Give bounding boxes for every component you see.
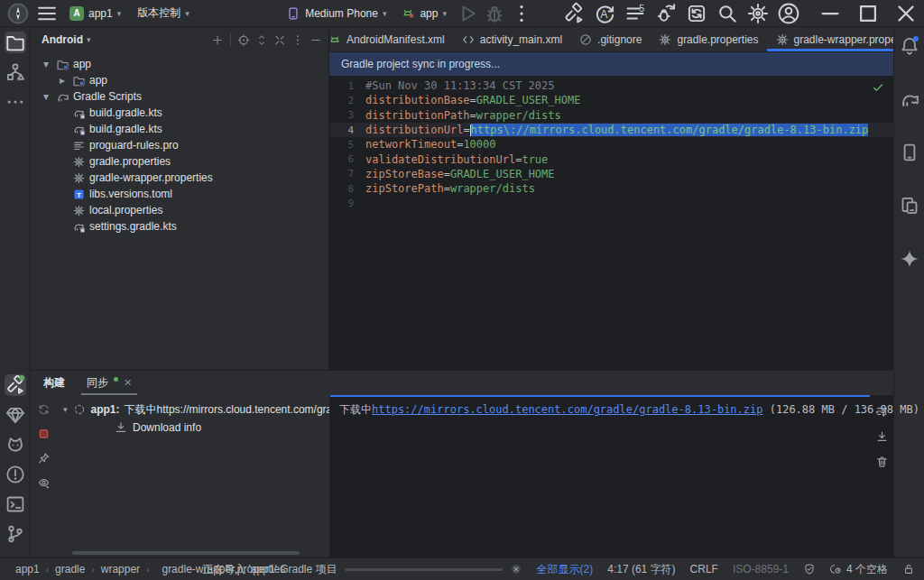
gradle-icon[interactable]	[899, 88, 920, 110]
problems-icon[interactable]	[5, 464, 26, 485]
code-line-2[interactable]: 2distributionBase=GRADLE_USER_HOME	[329, 93, 893, 107]
code-line-8[interactable]: 8zipStorePath=wrapper/dists	[329, 181, 893, 196]
more-tools-icon[interactable]	[5, 91, 26, 113]
version-control-icon[interactable]	[5, 523, 26, 545]
stop-icon[interactable]	[37, 427, 51, 441]
locate-icon[interactable]	[236, 33, 251, 47]
code-editor[interactable]: 1#Sun Nov 30 11:13:34 CST 20252distribut…	[329, 76, 893, 370]
device-manager-icon[interactable]	[899, 195, 920, 216]
build-tree-child[interactable]: Download info	[56, 419, 329, 437]
build-output-tree: ▾ app1: 下载中https://mirrors.cloud.tencent…	[56, 395, 329, 557]
options-icon[interactable]	[291, 33, 305, 47]
code-line-9[interactable]: 9	[329, 196, 893, 210]
line-ending-widget[interactable]: CRLF	[690, 563, 718, 575]
tab-androidmanifest-xml[interactable]: AndroidManifest.xml	[329, 27, 453, 51]
tree-item-label: proguard-rules.pro	[89, 139, 179, 152]
inspections-icon[interactable]	[803, 563, 816, 575]
caret-position-widget[interactable]: 4:17 (61 字符)	[607, 562, 675, 577]
logcat-icon[interactable]	[5, 434, 26, 456]
show-all-link[interactable]: 全部显示(2)	[537, 562, 594, 577]
tree-item-app[interactable]: ▾app	[31, 56, 328, 72]
sync-tab[interactable]: 同步 ✕	[83, 371, 135, 395]
project-view-selector[interactable]: Android	[42, 33, 83, 46]
cancel-progress-icon[interactable]	[510, 563, 522, 575]
inspection-ok-icon[interactable]	[872, 81, 884, 94]
tree-item-label: build.gradle.kts	[89, 123, 162, 135]
horizontal-scrollbar[interactable]	[72, 551, 300, 555]
console-download-link[interactable]: https://mirrors.cloud.tencent.com/gradle…	[372, 403, 762, 416]
maximize-button[interactable]	[850, 0, 886, 27]
run-config-label: app	[420, 7, 438, 20]
rerun-icon[interactable]	[37, 402, 51, 417]
clear-icon[interactable]	[875, 455, 889, 469]
tree-expander-icon[interactable]: ▸	[56, 74, 69, 87]
code-line-7[interactable]: 7zipStoreBase=GRADLE_USER_HOME	[329, 167, 893, 181]
build-icon[interactable]	[5, 374, 26, 396]
device-selector[interactable]: Medium Phone ▾	[280, 4, 393, 23]
code-line-5[interactable]: 5networkTimeout=10000	[329, 137, 893, 152]
breadcrumb-item[interactable]: wrapper	[101, 563, 140, 575]
settings-icon[interactable]	[745, 2, 771, 25]
todo-list-icon[interactable]: 5	[623, 2, 648, 25]
tree-item-libs-versions-toml[interactable]: Tlibs.versions.toml	[31, 186, 328, 202]
tree-item-gradle-properties[interactable]: gradle.properties	[31, 153, 328, 170]
scroll-to-end-icon[interactable]	[875, 429, 889, 444]
ai-apply-changes-icon[interactable]: A	[592, 2, 617, 25]
tree-item-proguard-rules-pro[interactable]: proguard-rules.pro	[31, 137, 328, 153]
collapse-all-icon[interactable]	[273, 33, 287, 47]
gemini-icon[interactable]	[899, 248, 920, 270]
run-configuration-selector[interactable]: app ▾	[394, 4, 453, 23]
project-selector[interactable]: A app1 ▾	[63, 4, 127, 23]
build-tree-node[interactable]: ▾ app1: 下载中https://mirrors.cloud.tencent…	[56, 400, 329, 419]
tree-item-build-gradle-kts[interactable]: Kbuild.gradle.kts	[31, 121, 328, 137]
code-line-4[interactable]: 4distributionUrl=https\://mirrors.cloud.…	[329, 123, 893, 137]
filter-icon[interactable]	[37, 475, 51, 490]
hide-icon[interactable]	[309, 33, 323, 47]
run-button[interactable]	[455, 2, 480, 25]
editor-tab-bar: AndroidManifest.xmlactivity_main.xml.git…	[329, 27, 893, 52]
tree-expander-icon[interactable]: ▾	[40, 58, 52, 70]
tab-gradle-wrapper-properties[interactable]: gradle-wrapper.properties✕	[767, 27, 893, 51]
search-icon[interactable]	[715, 2, 740, 25]
breadcrumb-item[interactable]: app1	[15, 563, 40, 575]
running-devices-icon[interactable]	[899, 142, 920, 163]
breadcrumb-item[interactable]: gradle	[55, 563, 85, 575]
minimize-button[interactable]	[812, 0, 848, 27]
code-line-3[interactable]: 3distributionPath=wrapper/dists	[329, 108, 893, 123]
tree-item-build-gradle-kts[interactable]: Kbuild.gradle.kts	[31, 105, 328, 121]
close-icon[interactable]: ✕	[124, 377, 132, 389]
unlock-icon[interactable]	[902, 563, 915, 575]
vcs-menu[interactable]: 版本控制 ▾	[131, 3, 196, 23]
debug-button[interactable]	[482, 2, 507, 25]
chevron-down-icon: ▾	[383, 9, 387, 18]
main-menu-icon[interactable]	[34, 2, 60, 25]
add-icon[interactable]	[210, 33, 225, 47]
tree-item-local-properties[interactable]: local.properties	[31, 202, 328, 218]
code-line-6[interactable]: 6validateDistributionUrl=true	[329, 152, 893, 166]
app-quality-insights-icon[interactable]	[5, 404, 26, 426]
tab-gradle-properties[interactable]: gradle.properties	[650, 27, 766, 51]
tab-activity-main-xml[interactable]: activity_main.xml	[453, 27, 570, 51]
build-console[interactable]: 下载中https://mirrors.cloud.tencent.com/gra…	[330, 395, 870, 557]
notifications-icon[interactable]	[899, 35, 920, 57]
resource-manager-icon[interactable]	[5, 61, 26, 83]
more-actions-icon[interactable]	[509, 2, 534, 25]
code-line-1[interactable]: 1#Sun Nov 30 11:13:34 CST 2025	[329, 78, 893, 93]
tree-item-gradle-scripts[interactable]: ▾Gradle Scripts	[31, 88, 328, 105]
tree-item-app[interactable]: ▸app	[31, 72, 328, 88]
indent-widget[interactable]: 4 个空格	[830, 562, 888, 577]
encoding-widget[interactable]: ISO-8859-1	[733, 563, 789, 575]
gradle-sync-icon[interactable]	[684, 2, 709, 25]
pin-icon[interactable]	[37, 451, 51, 465]
terminal-icon[interactable]	[5, 493, 26, 515]
scroll-updown-icon[interactable]	[254, 33, 269, 47]
close-button[interactable]	[888, 0, 924, 27]
project-folder-icon[interactable]	[5, 32, 26, 53]
tree-expander-icon[interactable]: ▾	[40, 90, 52, 103]
tree-item-settings-gradle-kts[interactable]: Ksettings.gradle.kts	[31, 218, 328, 235]
account-icon[interactable]	[776, 2, 801, 25]
tree-item-gradle-wrapper-properties[interactable]: gradle-wrapper.properties	[31, 170, 328, 186]
debug-restart-icon[interactable]	[653, 2, 679, 25]
tab--gitignore[interactable]: .gitignore	[570, 27, 650, 51]
build-icon[interactable]	[561, 2, 587, 25]
